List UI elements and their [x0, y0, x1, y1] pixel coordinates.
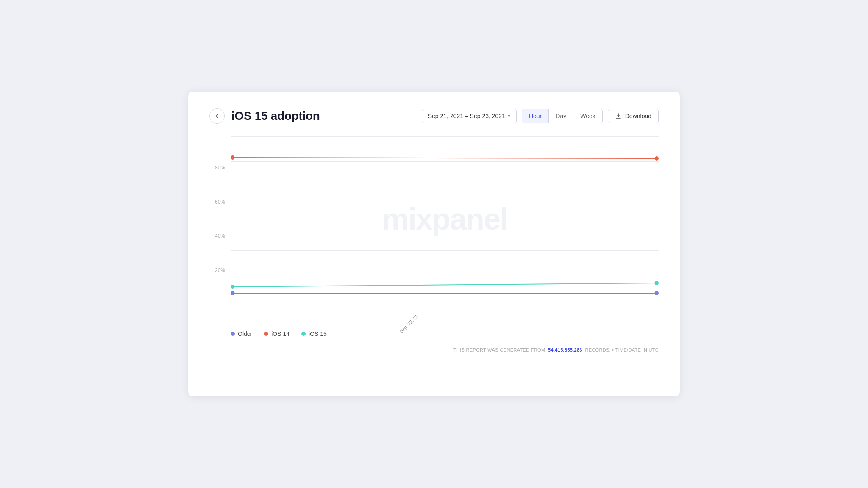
header-right: Sep 21, 2021 – Sep 23, 2021 ▾ Hour Day W…	[422, 109, 659, 123]
header: iOS 15 adoption Sep 21, 2021 – Sep 23, 2…	[209, 108, 659, 124]
legend-label-ios14: iOS 14	[271, 330, 289, 337]
date-range-text: Sep 21, 2021 – Sep 23, 2021	[428, 113, 505, 119]
legend-ios14: iOS 14	[264, 330, 289, 337]
legend-dot-ios14	[264, 332, 268, 336]
download-label: Download	[625, 113, 651, 119]
hour-button[interactable]: Hour	[522, 109, 549, 123]
y-label-60: 60%	[209, 199, 228, 205]
download-button[interactable]: Download	[608, 109, 659, 123]
svg-point-8	[654, 291, 659, 295]
svg-point-7	[231, 291, 235, 295]
svg-point-5	[654, 281, 659, 285]
legend-dot-older	[231, 332, 235, 336]
svg-point-4	[231, 285, 235, 289]
footer-records-count: 54,415,855,283	[548, 347, 582, 352]
page-title: iOS 15 adoption	[231, 109, 320, 123]
chart-svg	[231, 136, 659, 302]
legend-dot-ios15	[301, 332, 306, 336]
chevron-down-icon: ▾	[508, 113, 510, 119]
footer-prefix: THIS REPORT WAS GENERATED FROM	[453, 347, 545, 352]
time-toggle-group: Hour Day Week	[522, 109, 603, 123]
date-range-picker[interactable]: Sep 21, 2021 – Sep 23, 2021 ▾	[422, 109, 517, 123]
header-left: iOS 15 adoption	[209, 108, 320, 124]
y-axis: 80% 60% 40% 20%	[209, 136, 228, 302]
main-card: iOS 15 adoption Sep 21, 2021 – Sep 23, 2…	[188, 92, 680, 396]
legend-label-ios15: iOS 15	[309, 330, 327, 337]
legend: Older iOS 14 iOS 15	[209, 330, 659, 337]
legend-ios15: iOS 15	[301, 330, 327, 337]
y-label-40: 40%	[209, 233, 228, 239]
back-button[interactable]	[209, 108, 225, 124]
legend-label-older: Older	[238, 330, 252, 337]
y-label-80: 80%	[209, 165, 228, 171]
svg-line-3	[233, 283, 657, 287]
svg-point-1	[231, 155, 235, 160]
y-label-20: 20%	[209, 267, 228, 273]
chart-plot: mixpanel Sep. 22, 21	[231, 136, 659, 302]
footer-suffix: RECORDS. • TIME/DATE IN UTC	[585, 347, 659, 352]
week-button[interactable]: Week	[573, 109, 602, 123]
footer-info: THIS REPORT WAS GENERATED FROM 54,415,85…	[209, 347, 659, 352]
svg-point-2	[654, 156, 659, 161]
legend-older: Older	[231, 330, 252, 337]
svg-line-0	[233, 158, 657, 158]
download-icon	[615, 113, 622, 119]
day-button[interactable]: Day	[549, 109, 573, 123]
chart-container: 80% 60% 40% 20% mixpanel Sep. 22, 21	[209, 136, 659, 323]
